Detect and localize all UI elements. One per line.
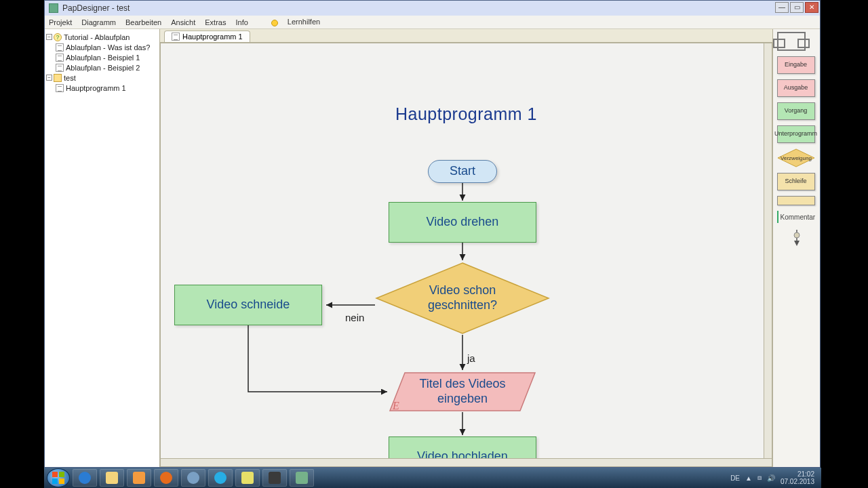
tree-bsp1[interactable]: Ablaufplan - Beispiel 1 (46, 52, 158, 62)
canvas-wrap: Hauptprogramm 1 (160, 43, 772, 467)
taskbar-ie[interactable] (73, 469, 97, 487)
page-icon (56, 64, 64, 72)
minimize-button[interactable]: — (775, 2, 789, 13)
ausgabe-shape: Ausgabe (777, 79, 815, 97)
taskbar-notes[interactable] (235, 469, 260, 487)
maximize-button[interactable]: ▭ (790, 2, 804, 13)
edge-label-ja: ja (467, 352, 475, 364)
edge-label-nein: nein (345, 312, 364, 323)
flowchart-canvas[interactable]: Hauptprogramm 1 (161, 43, 772, 466)
system-tray[interactable]: DE ▲ ⧈ 🔊 21:02 07.02.2013 (730, 470, 818, 485)
menubar: Projekt Diagramm Bearbeiten Ansicht Extr… (45, 16, 820, 29)
horizontal-scrollbar[interactable] (161, 458, 772, 466)
tab-hauptprogramm[interactable]: Hauptprogramm 1 (164, 30, 250, 42)
frame-icon (777, 32, 806, 51)
connector-icon (789, 228, 805, 247)
tray-clock[interactable]: 21:02 07.02.2013 (781, 470, 814, 485)
collapse-icon[interactable]: − (46, 75, 52, 81)
node-decision-geschnitten[interactable]: Video schon geschnitten? (375, 262, 550, 335)
node-video-drehen[interactable]: Video drehen (389, 202, 536, 243)
page-icon (56, 43, 64, 52)
palette-schleife2[interactable] (777, 196, 816, 205)
menu-bearbeiten[interactable]: Bearbeiten (125, 18, 161, 26)
vorgang-shape: Vorgang (777, 102, 815, 120)
io-text: Titel des Videos eingeben (401, 377, 524, 406)
svg-rect-13 (52, 472, 58, 477)
taskbar-app1[interactable] (181, 469, 205, 487)
menu-extras[interactable]: Extras (205, 18, 226, 26)
svg-rect-16 (59, 479, 64, 484)
kommentar-shape: Kommentar (777, 211, 816, 223)
menu-diagramm[interactable]: Diagramm (81, 18, 116, 26)
bulb-icon (271, 20, 278, 26)
vertical-scrollbar[interactable] (764, 43, 772, 458)
collapse-icon[interactable]: − (46, 34, 52, 40)
tray-flag-icon: ▲ (745, 474, 752, 482)
verzweigung-shape: Verzweigung (777, 148, 815, 167)
palette-verzweigung[interactable]: Verzweigung (777, 148, 816, 167)
start-button[interactable] (47, 468, 70, 487)
unter-shape: Unterprogramm (777, 125, 815, 143)
menu-lernhilfen[interactable]: Lernhilfen (271, 18, 330, 26)
tree-bsp2[interactable]: Ablaufplan - Beispiel 2 (46, 62, 158, 73)
palette-schleife[interactable]: Schleife (777, 173, 816, 190)
svg-marker-12 (794, 241, 800, 246)
tabstrip: Hauptprogramm 1 (160, 29, 772, 43)
taskbar-skype[interactable] (208, 469, 233, 487)
titlebar: PapDesigner - test — ▭ ✕ (45, 1, 820, 16)
app-icon (49, 3, 58, 13)
window-buttons: — ▭ ✕ (775, 2, 818, 13)
palette-unterprogramm[interactable]: Unterprogramm (777, 125, 816, 143)
taskbar-firefox[interactable] (154, 469, 178, 487)
menu-ansicht[interactable]: Ansicht (171, 18, 195, 26)
windows-taskbar: DE ▲ ⧈ 🔊 21:02 07.02.2013 (44, 468, 821, 488)
project-tree[interactable]: −?Tutorial - Ablaufplan Ablaufplan - Was… (45, 29, 160, 467)
palette-vorgang[interactable]: Vorgang (777, 102, 816, 120)
svg-text:Verzweigung: Verzweigung (781, 155, 812, 161)
palette-connector[interactable] (777, 228, 816, 249)
close-button[interactable]: ✕ (805, 2, 818, 13)
tree-test[interactable]: −test (46, 73, 158, 83)
menu-info[interactable]: Info (235, 18, 248, 26)
node-video-schneiden[interactable]: Video schneide (174, 285, 322, 325)
decision-text: Video schon geschnitten? (405, 283, 520, 312)
page-icon (56, 54, 64, 62)
taskbar-media[interactable] (127, 469, 151, 487)
palette-frame[interactable] (777, 32, 816, 51)
schleife2-shape (777, 196, 815, 205)
tray-network-icon[interactable]: ⧈ (757, 474, 762, 482)
palette-eingabe[interactable]: Eingabe (777, 56, 816, 74)
svg-rect-15 (52, 479, 58, 484)
tree-haupt[interactable]: Hauptprogramm 1 (46, 83, 158, 93)
shape-palette: Eingabe Ausgabe Vorgang Unterprogramm Ve… (772, 29, 820, 467)
io-marker-e: E (393, 400, 399, 412)
schleife-shape: Schleife (777, 173, 815, 190)
taskbar-cmd[interactable] (262, 469, 287, 487)
folder-icon (54, 74, 62, 82)
eingabe-shape: Eingabe (777, 56, 815, 74)
taskbar-explorer[interactable] (100, 469, 124, 487)
taskbar-papdesigner[interactable] (290, 469, 314, 487)
palette-kommentar[interactable]: Kommentar (777, 211, 816, 223)
windows-logo-icon (52, 471, 65, 485)
page-icon (172, 33, 180, 41)
editor-area: Hauptprogramm 1 Hauptprogramm 1 (160, 29, 772, 467)
diagram-title: Hauptprogramm 1 (161, 104, 772, 124)
tray-lang[interactable]: DE (730, 474, 740, 482)
main-body: −?Tutorial - Ablaufplan Ablaufplan - Was… (45, 29, 820, 467)
node-titel-eingeben[interactable]: Titel des Videos eingeben (389, 371, 536, 412)
svg-point-11 (794, 232, 800, 238)
application-window: PapDesigner - test — ▭ ✕ Projekt Diagram… (44, 0, 821, 468)
svg-rect-14 (59, 472, 64, 477)
palette-ausgabe[interactable]: Ausgabe (777, 79, 816, 97)
tray-volume-icon[interactable]: 🔊 (767, 474, 775, 482)
node-start[interactable]: Start (428, 160, 497, 183)
tree-was[interactable]: Ablaufplan - Was ist das? (46, 42, 158, 52)
help-icon: ? (54, 33, 62, 41)
menu-projekt[interactable]: Projekt (49, 18, 72, 26)
window-title: PapDesigner - test (62, 3, 130, 13)
tree-tutorial[interactable]: −?Tutorial - Ablaufplan (46, 32, 158, 42)
page-icon (56, 84, 64, 92)
